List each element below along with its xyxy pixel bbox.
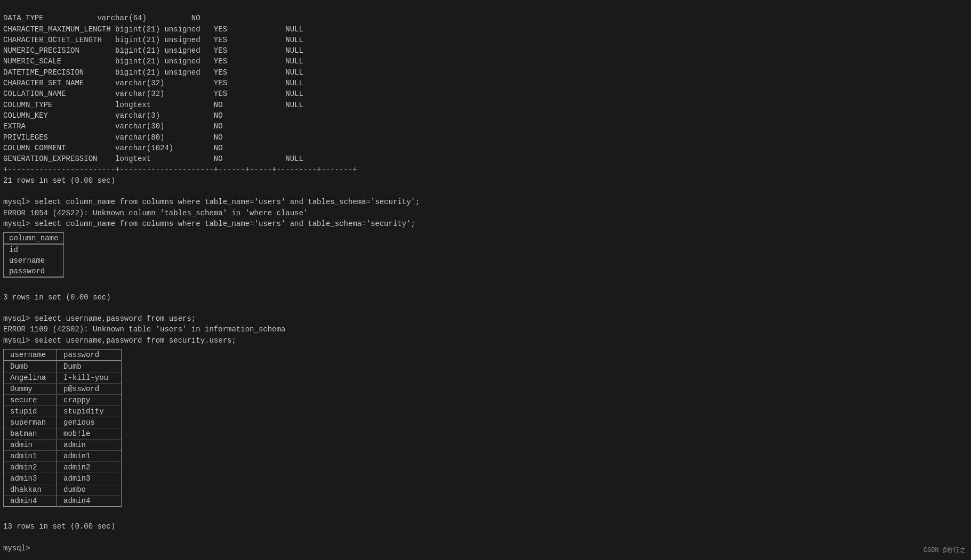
- user-username-7: admin: [4, 440, 57, 450]
- query-1-text: select column_name from columns where ta…: [35, 198, 420, 206]
- terminal-content-3: 13 rows in set (0.00 sec) mysql>: [0, 508, 971, 556]
- user-username-4: stupid: [4, 406, 57, 417]
- user-password-1: I-kill-you: [57, 372, 121, 383]
- users-rows: DumbDumbAngelinaI-kill-youDummyp@sswords…: [4, 361, 121, 506]
- user-password-10: admin3: [57, 473, 121, 484]
- user-password-0: Dumb: [57, 361, 121, 372]
- user-username-3: secure: [4, 395, 57, 405]
- user-row-1: AngelinaI-kill-you: [4, 372, 121, 384]
- col-row-password: password: [4, 266, 63, 277]
- col-row-username: username: [4, 255, 63, 266]
- users-table: username password DumbDumbAngelinaI-kill…: [3, 349, 122, 507]
- user-username-8: admin1: [4, 451, 57, 461]
- user-password-11: dumbo: [57, 484, 121, 495]
- user-row-5: supermangenious: [4, 417, 121, 428]
- user-row-0: DumbDumb: [4, 361, 121, 372]
- col-header-column-name: column_name: [9, 234, 58, 242]
- user-username-2: Dummy: [4, 384, 57, 394]
- terminal-window: DATA_TYPE varchar(64) NO CHARACTER_MAXIM…: [0, 0, 971, 560]
- user-row-11: dhakkandumbo: [4, 484, 121, 496]
- user-password-4: stupidity: [57, 406, 121, 417]
- header-password: password: [57, 350, 121, 360]
- col-row-id: id: [4, 245, 63, 255]
- column-name-table-container: column_name id username password: [0, 231, 971, 279]
- user-password-12: admin4: [57, 496, 121, 506]
- prompt-1: mysql> select column_name from columns w…: [3, 198, 420, 206]
- mysql-prompt: mysql>: [3, 198, 35, 206]
- mysql-prompt-2: mysql>: [3, 220, 35, 228]
- users-table-container: username password DumbDumbAngelinaI-kill…: [0, 348, 971, 508]
- column-name-table: column_name id username password: [3, 232, 64, 278]
- user-password-9: admin2: [57, 462, 121, 473]
- user-username-10: admin3: [4, 473, 57, 484]
- user-username-5: superman: [4, 417, 57, 428]
- rows-info-0: 21 rows in set (0.00 sec): [3, 176, 115, 185]
- user-password-8: admin1: [57, 451, 121, 461]
- watermark-text: CSDN @君行之: [924, 546, 966, 555]
- user-username-0: Dumb: [4, 361, 57, 372]
- error-1-text: ERROR 1054 (42S22): Unknown column 'tabl…: [3, 209, 308, 217]
- rows-info-2: 13 rows in set (0.00 sec): [3, 522, 115, 531]
- final-prompt-line[interactable]: mysql>: [3, 544, 35, 553]
- user-row-7: adminadmin: [4, 440, 121, 451]
- prompt-4: mysql> select username,password from sec…: [3, 336, 236, 345]
- header-username: username: [4, 350, 57, 360]
- columns-table-data-type: DATA_TYPE varchar(64) NO CHARACTER_MAXIM…: [3, 14, 303, 163]
- mysql-prompt-3: mysql>: [3, 314, 35, 323]
- user-row-10: admin3admin3: [4, 473, 121, 484]
- user-username-12: admin4: [4, 496, 57, 506]
- query-4-text: select username,password from security.u…: [35, 336, 236, 345]
- mysql-prompt-final: mysql>: [3, 544, 35, 553]
- user-username-1: Angelina: [4, 372, 57, 383]
- user-password-5: genious: [57, 417, 121, 428]
- prompt-3: mysql> select username,password from use…: [3, 314, 196, 323]
- query-2-text: select column_name from columns where ta…: [35, 220, 415, 228]
- user-username-11: dhakkan: [4, 484, 57, 495]
- error-2-text: ERROR 1109 (42S02): Unknown table 'users…: [3, 325, 285, 334]
- users-table-header: username password: [4, 350, 121, 361]
- terminal-content-2: 3 rows in set (0.00 sec) mysql> select u…: [0, 279, 971, 348]
- user-row-4: stupidstupidity: [4, 406, 121, 417]
- query-3-text: select username,password from users;: [35, 314, 196, 323]
- terminal-content: DATA_TYPE varchar(64) NO CHARACTER_MAXIM…: [0, 0, 971, 231]
- user-row-8: admin1admin1: [4, 451, 121, 462]
- user-username-9: admin2: [4, 462, 57, 473]
- prompt-2: mysql> select column_name from columns w…: [3, 220, 415, 228]
- user-row-2: Dummyp@ssword: [4, 384, 121, 395]
- user-row-6: batmanmob!le: [4, 428, 121, 440]
- user-password-6: mob!le: [57, 428, 121, 439]
- user-row-3: securecrappy: [4, 395, 121, 406]
- footer-sep: [4, 277, 63, 277]
- mysql-prompt-4: mysql>: [3, 336, 35, 345]
- column-name-header: column_name: [4, 233, 63, 244]
- user-password-7: admin: [57, 440, 121, 450]
- user-username-6: batman: [4, 428, 57, 439]
- user-row-9: admin2admin2: [4, 462, 121, 473]
- user-password-2: p@ssword: [57, 384, 121, 394]
- user-password-3: crappy: [57, 395, 121, 405]
- user-row-12: admin4admin4: [4, 496, 121, 506]
- rows-info-1: 3 rows in set (0.00 sec): [3, 293, 111, 302]
- separator-line-1: +------------------------+--------------…: [3, 165, 357, 174]
- users-footer-sep: [4, 506, 121, 507]
